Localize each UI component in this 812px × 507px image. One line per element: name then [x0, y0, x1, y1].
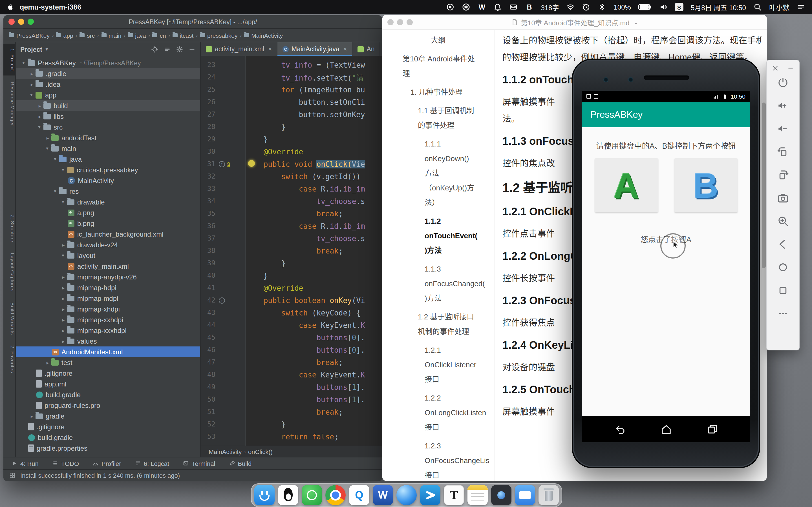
apple-menu-icon[interactable] [7, 3, 14, 11]
tree-item-drawable-v24[interactable]: ▸drawable-v24 [16, 239, 200, 250]
code-line[interactable]: 34 tv_choose.s [201, 195, 382, 207]
code-line[interactable]: 24 tv_info.setText("请 [201, 71, 382, 83]
tab-an[interactable]: An [352, 42, 380, 56]
tree-item-a-png[interactable]: a.png [16, 207, 200, 218]
battery-percent[interactable]: 100% [613, 3, 631, 11]
tree-item-proguard-rules-pro[interactable]: proguard-rules.pro [16, 400, 200, 411]
expand-arrow-icon[interactable]: ▸ [60, 317, 67, 323]
time-machine-icon[interactable] [582, 3, 591, 11]
expand-arrow-icon[interactable]: ▸ [28, 413, 36, 419]
outline-item[interactable]: 1.2.1OnClickListener接口 [382, 343, 494, 387]
bluetooth-icon[interactable] [598, 3, 606, 11]
tree-item-mipmap-xhdpi[interactable]: ▸mipmap-xhdpi [16, 304, 200, 314]
dock-icon-green-circle-app[interactable] [302, 485, 322, 505]
tab-mainactivity-java[interactable]: CMainActivity.java× [277, 42, 352, 56]
code-line[interactable]: 45 buttons[0]. [201, 331, 382, 344]
outline-item[interactable]: 第10章 Android事件处理 [382, 52, 494, 81]
close-window-button[interactable] [8, 18, 15, 25]
tree-item-values[interactable]: ▸values [16, 336, 200, 346]
android-home-button[interactable] [660, 424, 672, 435]
tool-window-button-build[interactable]: Build [229, 460, 252, 467]
rotate-left-button[interactable] [777, 146, 789, 158]
tree-item-idea[interactable]: ▸.idea [16, 79, 200, 90]
tool-windows-grid-icon[interactable] [9, 472, 16, 479]
tree-item-androidmanifest-xml[interactable]: </>AndroidManifest.xml [16, 346, 200, 357]
minimize-window-button[interactable] [18, 18, 24, 25]
code-line[interactable]: 31↑@ public void onClick(Vie [201, 158, 382, 170]
code-line[interactable]: 52 } [201, 418, 382, 431]
dock-icon-typora[interactable]: T [444, 485, 464, 505]
tool-window-button-6-logcat[interactable]: 6: Logcat [135, 460, 169, 467]
outline-item[interactable]: 1.2.3OnFocusChangeLis接口 [382, 439, 494, 481]
rotate-right-button[interactable] [777, 169, 789, 181]
android-recents-button[interactable] [706, 424, 718, 435]
tree-item-mipmap-anydpi-v26[interactable]: ▸mipmap-anydpi-v26 [16, 272, 200, 282]
collapse-all-icon[interactable] [163, 46, 171, 53]
gear-icon[interactable] [176, 46, 183, 53]
keyboard-menu-icon[interactable] [509, 3, 518, 11]
asterisk-menu-icon[interactable] [462, 3, 470, 11]
code-line[interactable]: 32 switch (v.getId()) [201, 170, 382, 182]
power-button[interactable] [777, 76, 789, 89]
tree-item-main[interactable]: ▸main [16, 143, 200, 154]
expand-arrow-icon[interactable]: ▸ [60, 338, 67, 344]
code-line[interactable]: 26 button.setOnCli [201, 96, 382, 108]
expand-arrow-icon[interactable]: ▸ [21, 59, 27, 66]
code-line[interactable]: 47 break; [201, 356, 382, 369]
hide-panel-icon[interactable] [188, 46, 196, 53]
code-line[interactable]: 51 break; [201, 406, 382, 418]
stripe-button-z-structure[interactable]: Z: Structure [3, 210, 15, 247]
breadcrumb-item-mainactivity[interactable]: MainActivity [244, 32, 283, 39]
override-icon[interactable]: ↑ [219, 161, 225, 167]
notification-center-icon[interactable] [797, 3, 805, 11]
tree-item-b-png[interactable]: b.png [16, 218, 200, 229]
dock-icon-dark-utility[interactable] [491, 485, 511, 505]
volume-icon[interactable] [659, 3, 668, 11]
tree-item-pressabkey[interactable]: ▸PressABKey~/iTemp/PressABKey [16, 57, 200, 68]
code-line[interactable]: 53 return false; [201, 431, 382, 443]
sogou-input-icon[interactable]: S [675, 3, 683, 11]
volume-down-button[interactable] [777, 123, 789, 135]
tree-item-ic-launcher-background-xml[interactable]: </>ic_launcher_background.xml [16, 229, 200, 239]
tree-item-gradle[interactable]: ▸.gradle [16, 68, 200, 79]
breadcrumb-item-main[interactable]: main [101, 32, 121, 39]
zoom-window-button[interactable] [28, 18, 34, 25]
code-line[interactable]: 46 buttons[0]. [201, 344, 382, 356]
tree-item-build-gradle[interactable]: build.gradle [16, 389, 200, 400]
tree-item-layout[interactable]: ▸layout [16, 250, 200, 261]
code-line[interactable]: 33 case R.id.ib_im [201, 182, 382, 195]
breadcrumb-item-java[interactable]: java [128, 32, 146, 39]
code-line[interactable]: 48 case KeyEvent.K [201, 369, 382, 381]
breadcrumb-item-pressabkey[interactable]: pressabkey [200, 32, 238, 39]
stripe-button-1-project[interactable]: 1: Project [3, 44, 15, 75]
tab-activity-main-xml[interactable]: activity_main.xml× [201, 42, 277, 56]
expand-arrow-icon[interactable]: ▸ [61, 252, 66, 259]
dock-icon-blue-sphere-browser[interactable] [396, 485, 417, 505]
dock-icon-qq-browser[interactable]: Q [349, 485, 369, 505]
expand-arrow-icon[interactable]: ▸ [60, 328, 67, 333]
expand-arrow-icon[interactable]: ▸ [36, 114, 43, 119]
tree-item-src[interactable]: ▸src [16, 122, 200, 132]
stripe-button-build-variants[interactable]: Build Variants [3, 298, 15, 339]
outline-item[interactable]: 1.1 基于回调机制的事件处理 [382, 104, 494, 133]
stripe-button-resource-manager[interactable]: Resource Manager [3, 77, 15, 130]
dock-icon-finder[interactable] [254, 485, 274, 505]
dock-icon-word[interactable]: W [373, 485, 393, 505]
dock-icon-notes[interactable] [467, 485, 488, 505]
emu-back-button[interactable] [777, 238, 789, 250]
as-title-bar[interactable]: PressABKey [~/iTemp/PressABKey] - .../ap… [3, 15, 382, 29]
breadcrumb-item-app[interactable]: app [56, 32, 73, 39]
override-icon[interactable]: ↑ [219, 297, 225, 303]
battery-icon[interactable] [638, 3, 652, 11]
code-line[interactable]: 36 case R.id.ib_im [201, 220, 382, 232]
tree-item-app[interactable]: ▸app [16, 90, 200, 100]
expand-arrow-icon[interactable]: ▸ [61, 198, 66, 206]
tree-item-gradle-properties[interactable]: gradle.properties [16, 443, 200, 453]
expand-arrow-icon[interactable]: ▸ [60, 285, 67, 290]
annotation-icon[interactable]: @ [227, 161, 230, 167]
code-line[interactable]: 39 } [201, 257, 382, 269]
expand-arrow-icon[interactable]: ▸ [60, 295, 67, 301]
screen-record-icon[interactable] [446, 3, 455, 11]
tree-item-mainactivity[interactable]: CMainActivity [16, 175, 200, 186]
expand-arrow-icon[interactable]: ▸ [37, 123, 43, 131]
